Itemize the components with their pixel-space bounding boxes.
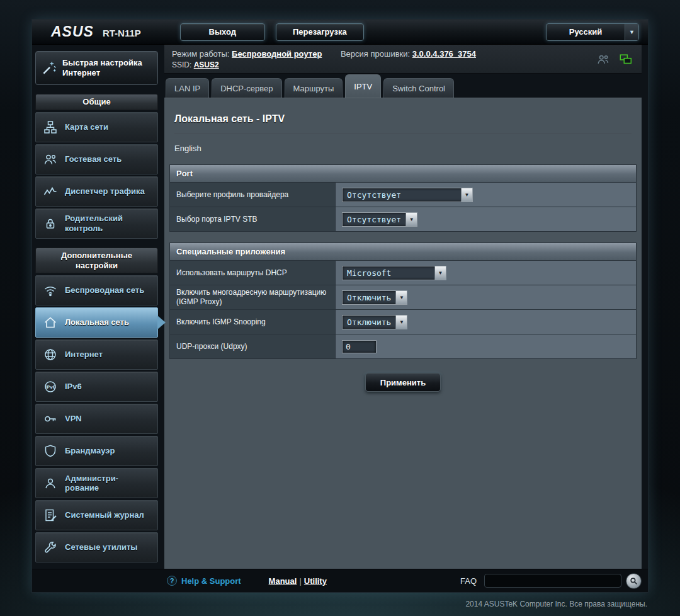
tab-dhcp-server[interactable]: DHCP-сервер — [212, 78, 281, 98]
special-applications-header: Специальные приложения — [170, 243, 636, 260]
sidebar-item-administration[interactable]: Администри-рование — [35, 468, 158, 498]
row-label: Использовать маршруты DHCP — [170, 261, 336, 285]
status-line-1: Режим работы: Беспроводной роутер Версия… — [172, 49, 634, 59]
network-devices-icon[interactable] — [619, 52, 633, 66]
clients-icon[interactable] — [596, 52, 610, 66]
table-row: Включить многоадресную маршрутизацию (IG… — [170, 285, 636, 309]
status-line-2: SSID: ASUS2 — [172, 60, 634, 69]
table-row: UDP-прокси (Udpxy) — [170, 334, 636, 358]
sidebar-section-advanced: Дополнительные настройки — [35, 248, 158, 273]
network-map-icon — [42, 119, 59, 135]
search-button[interactable] — [626, 573, 642, 589]
reboot-button[interactable]: Перезагрузка — [276, 23, 364, 41]
row-label: UDP-прокси (Udpxy) — [170, 334, 336, 358]
sidebar-item-network-map[interactable]: Карта сети — [35, 112, 158, 142]
apply-button[interactable]: Применить — [365, 373, 441, 392]
shield-icon — [42, 443, 59, 459]
dropdown-arrow-icon — [434, 266, 446, 280]
row-value: Microsoft — [336, 261, 636, 285]
globe-icon — [42, 346, 59, 363]
sidebar-item-guest-network[interactable]: Гостевая сеть — [35, 144, 158, 174]
special-applications-table: Специальные приложения Использовать марш… — [169, 242, 637, 359]
dropdown-arrow-icon — [405, 213, 417, 226]
guest-network-icon — [42, 151, 59, 168]
row-value — [336, 334, 636, 358]
faq-search-input[interactable] — [484, 574, 621, 588]
operation-mode-label: Режим работы: — [172, 49, 229, 59]
tab-lan-ip[interactable]: LAN IP — [166, 78, 209, 98]
ipv6-icon: IPv6 — [42, 379, 59, 395]
firmware-version-link[interactable]: 3.0.0.4.376_3754 — [412, 49, 476, 59]
sidebar-item-wan[interactable]: Интернет — [35, 339, 158, 370]
tab-switch-control[interactable]: Switch Control — [383, 78, 454, 98]
page-title: Локальная сеть - IPTV — [174, 113, 632, 134]
row-label: Включить IGMP Snooping — [170, 310, 336, 334]
quick-setup-label: Быстрая настройка Интернет — [62, 58, 149, 79]
row-label: Выбор порта IPTV STB — [170, 207, 336, 231]
lock-icon — [42, 215, 59, 232]
sidebar-item-traffic-manager[interactable]: Диспетчер трафика — [35, 176, 158, 207]
sidebar-item-system-log[interactable]: Системный журнал — [35, 500, 158, 530]
sidebar-item-lan[interactable]: Локальная сеть — [35, 307, 158, 338]
doc-links: Manual|Utility — [269, 576, 327, 586]
ssid-link[interactable]: ASUS2 — [194, 60, 219, 69]
sidebar: Быстрая настройка Интернет Общие Карта с… — [35, 45, 158, 569]
doc-separator: | — [299, 576, 301, 586]
operation-mode-link[interactable]: Беспроводной роутер — [232, 49, 322, 59]
sidebar-section-general: Общие — [35, 94, 158, 110]
help-support-link[interactable]: Help & Support — [181, 576, 241, 586]
tab-routes[interactable]: Маршруты — [285, 78, 343, 98]
row-label: Включить многоадресную маршрутизацию (IG… — [170, 285, 336, 309]
language-select[interactable]: Русский — [546, 23, 639, 41]
header-bar: ASUS RT-N11P Выход Перезагрузка Русский — [32, 20, 648, 45]
sidebar-item-wireless[interactable]: Беспроводная сеть — [35, 275, 158, 305]
chevron-down-icon — [625, 24, 638, 40]
help-question-icon[interactable] — [167, 576, 177, 586]
quick-internet-setup-button[interactable]: Быстрая настройка Интернет — [35, 51, 158, 85]
document-icon — [42, 507, 59, 523]
svg-text:IPv6: IPv6 — [45, 385, 55, 390]
content-column: Режим работы: Беспроводной роутер Версия… — [164, 45, 642, 569]
key-icon — [42, 411, 59, 427]
manual-link[interactable]: Manual — [269, 576, 297, 586]
igmp-snooping-select[interactable]: Отключить — [342, 315, 407, 329]
tab-bar: LAN IP DHCP-сервер Маршруты IPTV Switch … — [164, 74, 642, 98]
sidebar-item-parental-control[interactable]: Родительский контроль — [35, 208, 158, 239]
sidebar-item-network-tools[interactable]: Сетевые утилиты — [35, 532, 158, 562]
tab-iptv[interactable]: IPTV — [345, 74, 381, 98]
provider-profile-select[interactable]: Отсутствует — [342, 188, 473, 202]
stb-port-select[interactable]: Отсутствует — [342, 212, 417, 227]
table-row: Выберите профиль провайдера Отсутствует — [170, 182, 636, 207]
table-row: Включить IGMP Snooping Отключить — [170, 309, 636, 334]
router-model: RT-N11P — [103, 28, 141, 38]
dropdown-arrow-icon — [395, 291, 407, 304]
sidebar-item-vpn[interactable]: VPN — [35, 404, 158, 434]
utility-link[interactable]: Utility — [304, 576, 327, 586]
faq-label: FAQ — [460, 576, 477, 586]
infobar-icons — [596, 52, 633, 66]
dhcp-routes-select[interactable]: Microsoft — [342, 266, 446, 280]
row-value: Отключить — [336, 285, 636, 309]
logout-button[interactable]: Выход — [180, 23, 265, 41]
dropdown-arrow-icon — [461, 188, 472, 202]
footer-bar: Help & Support Manual|Utility FAQ — [32, 569, 648, 592]
sidebar-item-ipv6[interactable]: IPv6 IPv6 — [35, 372, 158, 402]
udp-proxy-input[interactable] — [342, 340, 377, 353]
row-label: Выберите профиль провайдера — [170, 183, 336, 207]
copyright-text: 2014 ASUSTeK Computer Inc. Все права защ… — [465, 600, 647, 608]
settings-panel: Локальная сеть - IPTV English Port Выбер… — [164, 98, 642, 569]
table-row: Выбор порта IPTV STB Отсутствует — [170, 207, 636, 231]
wrench-icon — [42, 539, 59, 556]
port-table: Port Выберите профиль провайдера Отсутст… — [169, 164, 637, 232]
status-infobar: Режим работы: Беспроводной роутер Версия… — [164, 45, 642, 74]
ssid-label: SSID: — [172, 60, 191, 69]
main-row: Быстрая настройка Интернет Общие Карта с… — [32, 45, 648, 569]
traffic-manager-icon — [42, 183, 59, 200]
row-value: Отключить — [336, 310, 636, 334]
english-language-link[interactable]: English — [174, 144, 201, 153]
igmp-proxy-select[interactable]: Отключить — [342, 290, 407, 305]
magic-wand-icon — [41, 60, 57, 76]
person-icon — [42, 475, 59, 491]
sidebar-item-firewall[interactable]: Брандмауэр — [35, 436, 158, 466]
row-value: Отсутствует — [336, 207, 636, 231]
